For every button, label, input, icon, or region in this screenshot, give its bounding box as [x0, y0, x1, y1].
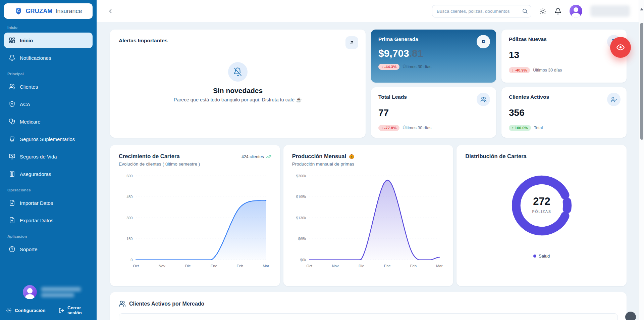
settings-label: Configuración — [15, 308, 46, 313]
sidebar-item-aseguradoras[interactable]: Aseguradoras — [4, 166, 93, 182]
sidebar-item-importar-datos[interactable]: Importar Datos — [4, 195, 93, 211]
growth-line-chart[interactable]: 6004503001500OctNovDicEneFebMar — [119, 171, 271, 270]
stethoscope-icon — [9, 118, 15, 125]
user-name-redacted — [41, 287, 81, 297]
arrow-up-right-icon — [349, 40, 355, 45]
sidebar-item-exportar-datos[interactable]: Exportar Datos — [4, 213, 93, 228]
empty-state-subtitle: Parece que está todo tranquilo por aquí.… — [174, 97, 302, 103]
sidebar-item-label: Notificaciones — [20, 55, 51, 61]
sidebar-item-label: Clientes — [20, 84, 38, 90]
top-header — [97, 0, 639, 22]
svg-text:Mar: Mar — [263, 264, 269, 268]
theme-toggle-sun-icon[interactable] — [539, 8, 546, 15]
svg-text:Feb: Feb — [410, 264, 416, 268]
kpi-title: Pólizas Nuevas — [509, 36, 619, 42]
section-label-operaciones: Operaciones — [7, 188, 89, 192]
delta-badge: ↑100.0% — [509, 125, 531, 131]
growth-chart-title: Crecimiento de Cartera — [119, 153, 200, 159]
profile-name-redacted — [590, 5, 630, 17]
alerts-empty-state: Sin novedades Parece que está todo tranq… — [119, 44, 357, 121]
kpi-value: 77 — [378, 107, 489, 118]
scrollbar-thumb[interactable] — [640, 23, 643, 140]
shield-heart-icon — [9, 101, 15, 107]
svg-text:PÓLIZAS: PÓLIZAS — [532, 210, 551, 214]
eye-fab-button[interactable] — [610, 37, 631, 58]
sidebar-item-aca[interactable]: ACA — [4, 96, 93, 112]
market-clients-card: Clientes Activos por Mercado — [110, 292, 627, 320]
svg-text:$0k: $0k — [300, 258, 306, 262]
notifications-bell-icon[interactable] — [554, 8, 561, 15]
profile-avatar[interactable] — [570, 5, 582, 17]
delta-badge: ↓-77.8% — [378, 125, 399, 131]
kpi-value: 356 — [509, 107, 619, 118]
legend-dot-salud — [533, 255, 536, 258]
alerts-title: Alertas Importantes — [119, 38, 357, 44]
arrow-down-icon: ↓ — [381, 65, 383, 69]
monitor-heart-icon — [9, 153, 15, 160]
svg-text:300: 300 — [126, 216, 132, 220]
section-label-inicio: Inicio — [7, 26, 89, 30]
kpi-prima-generada[interactable]: Prima Generada ¤ $9,703.81 ↓-44.3% Últim… — [371, 30, 496, 83]
settings-button[interactable]: Configuración — [6, 308, 46, 313]
logout-button[interactable]: Cerrar sesión — [59, 305, 91, 315]
kpi-period: Últimos 30 días — [533, 68, 562, 73]
scrollbar-up-arrow-icon[interactable] — [640, 8, 643, 10]
sidebar-item-soporte[interactable]: Soporte — [4, 241, 93, 257]
growth-clients-badge: 424 clientes — [241, 154, 271, 159]
sidebar: G GRUZAM Insurance Inicio Inicio Notific… — [0, 0, 97, 320]
search-input[interactable] — [432, 5, 531, 17]
corner-widget-button[interactable] — [625, 312, 636, 320]
gear-icon — [6, 308, 12, 313]
sidebar-item-label: Seguros Suplementarios — [20, 136, 75, 142]
production-chart-card: Producción Mensual $ Producción mensual … — [283, 145, 453, 286]
production-chart-title: Producción Mensual — [292, 153, 346, 159]
kpi-title: Total Leads — [378, 94, 489, 100]
logout-label: Cerrar sesión — [67, 305, 91, 315]
distribution-donut-chart[interactable]: 272PÓLIZAS — [507, 171, 576, 240]
sidebar-item-label: Aseguradoras — [20, 171, 51, 177]
delta-badge: ↓-40.9% — [509, 67, 530, 73]
kpi-total-leads[interactable]: Total Leads 77 ↓-77.8% Últimos 30 días — [371, 87, 496, 138]
svg-text:Dic: Dic — [185, 264, 191, 268]
donut-legend[interactable]: Salud — [533, 254, 550, 259]
delta-badge: ↓-44.3% — [378, 64, 399, 70]
kpi-period: Últimos 30 días — [402, 126, 431, 130]
sidebar-item-seguros-suplementarios[interactable]: Seguros Suplementarios — [4, 131, 93, 147]
growth-chart-card: Crecimiento de Cartera Evolución de clie… — [110, 145, 280, 286]
sidebar-item-label: Exportar Datos — [20, 218, 53, 223]
users-icon — [9, 83, 15, 90]
legend-label-salud: Salud — [539, 254, 550, 259]
sidebar-item-notificaciones[interactable]: Notificaciones — [4, 50, 93, 65]
distribution-chart-title: Distribución de Cartera — [465, 153, 526, 159]
chevron-left-icon — [107, 8, 114, 14]
sidebar-item-label: Medicare — [20, 119, 41, 125]
page-scrollbar[interactable] — [639, 0, 644, 320]
kpi-grid: Prima Generada ¤ $9,703.81 ↓-44.3% Últim… — [371, 30, 627, 138]
sidebar-item-inicio[interactable]: Inicio — [4, 33, 93, 48]
dashboard-main: Alertas Importantes Sin novedades Parece… — [97, 22, 639, 320]
user-check-icon — [607, 93, 621, 106]
sidebar-item-label: ACA — [20, 101, 30, 107]
svg-text:$: $ — [351, 155, 353, 158]
sidebar-item-seguros-de-vida[interactable]: Seguros de Vida — [4, 149, 93, 164]
user-avatar — [23, 285, 37, 299]
production-chart-subtitle: Producción mensual de primas — [292, 162, 355, 167]
money-bag-icon: $ — [348, 153, 355, 159]
distribution-chart-card: Distribución de Cartera 272PÓLIZAS Salud — [457, 145, 627, 286]
bell-off-icon — [228, 62, 248, 82]
kpi-clientes-activos[interactable]: Clientes Activos 356 ↑100.0% Total — [501, 87, 627, 138]
shield-logo-icon: G — [14, 7, 22, 15]
sidebar-item-clientes[interactable]: Clientes — [4, 79, 93, 94]
app-logo[interactable]: G GRUZAM Insurance — [4, 3, 93, 19]
svg-text:$260k: $260k — [296, 174, 306, 178]
svg-text:$130k: $130k — [296, 216, 306, 220]
alerts-card: Alertas Importantes Sin novedades Parece… — [110, 30, 366, 138]
sidebar-user-block[interactable] — [4, 284, 93, 303]
kpi-polizas-nuevas[interactable]: Pólizas Nuevas 13 ↓-40.9% Últimos 30 día… — [501, 30, 627, 83]
production-line-chart[interactable]: $260k$195k$130k$65k$0kOctNovDicEneFebMar — [292, 171, 445, 270]
sidebar-item-medicare[interactable]: Medicare — [4, 114, 93, 129]
users-icon — [477, 93, 490, 106]
expand-alerts-button[interactable] — [345, 36, 358, 49]
logout-icon — [59, 308, 64, 313]
collapse-sidebar-button[interactable] — [105, 6, 115, 16]
